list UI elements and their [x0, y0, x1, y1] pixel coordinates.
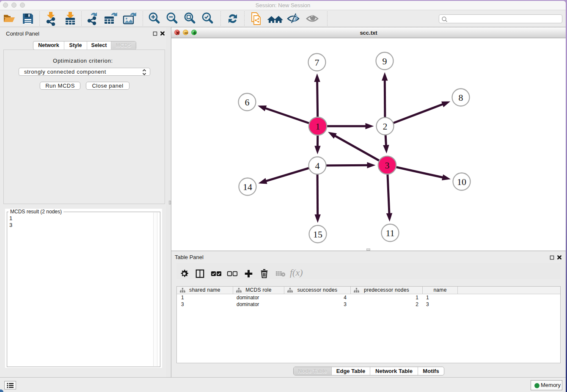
svg-text:6: 6	[245, 97, 250, 108]
svg-text:11: 11	[385, 228, 394, 238]
svg-text:2: 2	[383, 121, 388, 132]
svg-text:15: 15	[313, 229, 322, 240]
svg-text:3: 3	[385, 160, 390, 171]
svg-text:1: 1	[316, 121, 320, 132]
svg-text:8: 8	[459, 92, 463, 103]
svg-text:7: 7	[315, 57, 319, 68]
svg-text:14: 14	[243, 182, 252, 192]
svg-text:4: 4	[315, 160, 320, 171]
svg-text:10: 10	[457, 177, 466, 187]
svg-text:9: 9	[383, 56, 387, 66]
